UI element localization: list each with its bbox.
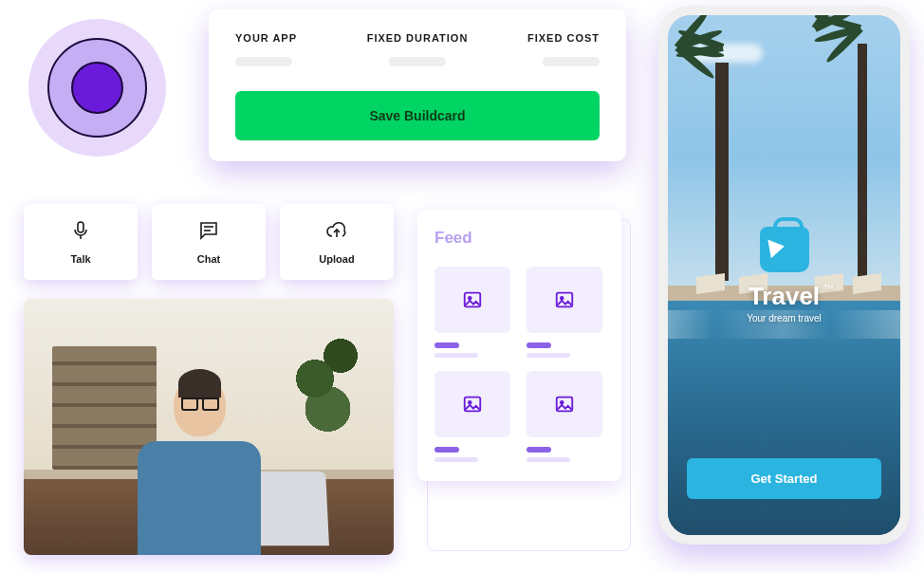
upload-label: Upload	[319, 253, 354, 265]
svg-point-6	[469, 297, 471, 300]
travel-app-title: Travel TM	[748, 282, 820, 311]
feed-card-stack: Feed	[417, 210, 631, 551]
talk-button[interactable]: Talk	[24, 204, 138, 280]
image-placeholder	[434, 371, 510, 437]
feed-title: Feed	[434, 229, 604, 248]
feed-item[interactable]	[434, 267, 513, 358]
image-placeholder	[527, 267, 602, 333]
travel-app-subtitle: Your dream travel	[747, 313, 822, 323]
image-icon	[462, 289, 483, 310]
mic-icon	[69, 219, 92, 246]
image-icon	[554, 289, 575, 310]
svg-point-8	[560, 297, 563, 300]
travel-app-logo	[760, 227, 809, 272]
talk-label: Talk	[70, 253, 90, 265]
phone-screen: Travel TM Your dream travel Get Started	[668, 15, 900, 535]
image-icon	[462, 394, 483, 415]
chat-button[interactable]: Chat	[152, 204, 266, 280]
placeholder-bar	[235, 57, 292, 66]
image-placeholder	[527, 371, 602, 437]
chat-icon	[197, 219, 220, 246]
chat-label: Chat	[197, 253, 220, 265]
feed-card: Feed	[417, 210, 621, 481]
placeholder-bar	[389, 57, 446, 66]
hero-photo	[24, 299, 394, 555]
image-icon	[554, 394, 575, 415]
image-placeholder	[434, 267, 510, 333]
feed-item[interactable]	[434, 371, 513, 462]
svg-point-12	[560, 401, 563, 404]
feed-item[interactable]	[527, 267, 605, 358]
trademark-symbol: TM	[823, 284, 833, 290]
upload-button[interactable]: Upload	[280, 204, 394, 280]
svg-rect-0	[78, 222, 83, 232]
feed-item[interactable]	[527, 371, 605, 462]
buildcard-panel: YOUR APP FIXED DURATION FIXED COST Save …	[209, 9, 626, 161]
svg-point-10	[469, 401, 471, 404]
buildcard-col-cost: FIXED COST	[478, 32, 600, 44]
cloud-upload-icon	[325, 219, 348, 246]
buildcard-col-your-app: YOUR APP	[235, 32, 357, 44]
save-buildcard-button[interactable]: Save Buildcard	[235, 91, 600, 140]
brand-logo	[28, 19, 166, 157]
buildcard-col-duration: FIXED DURATION	[357, 32, 478, 44]
phone-mockup: Travel TM Your dream travel Get Started	[658, 6, 910, 545]
placeholder-bar	[543, 57, 600, 66]
